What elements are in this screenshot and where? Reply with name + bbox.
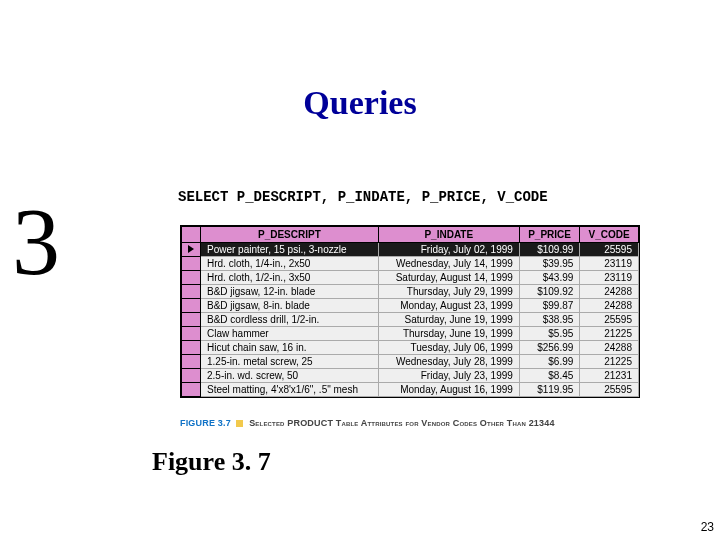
cell-indate: Friday, July 23, 1999	[378, 369, 519, 383]
cell-indate: Saturday, August 14, 1999	[378, 271, 519, 285]
cell-vcode: 23119	[580, 257, 639, 271]
cell-price: $256.99	[519, 341, 579, 355]
table-row: 2.5-in. wd. screw, 50Friday, July 23, 19…	[182, 369, 639, 383]
cell-descript: B&D jigsaw, 12-in. blade	[201, 285, 379, 299]
row-selector-cell	[182, 369, 201, 383]
table-row: B&D jigsaw, 12-in. bladeThursday, July 2…	[182, 285, 639, 299]
table-row: Hrd. cloth, 1/2-in., 3x50Saturday, Augus…	[182, 271, 639, 285]
cell-indate: Wednesday, July 28, 1999	[378, 355, 519, 369]
table-header-row: P_DESCRIPT P_INDATE P_PRICE V_CODE	[182, 227, 639, 243]
cell-price: $43.99	[519, 271, 579, 285]
cell-descript: Claw hammer	[201, 327, 379, 341]
row-selector-cell	[182, 313, 201, 327]
cell-price: $109.92	[519, 285, 579, 299]
cell-indate: Tuesday, July 06, 1999	[378, 341, 519, 355]
cell-price: $99.87	[519, 299, 579, 313]
cell-vcode: 24288	[580, 285, 639, 299]
table-row: Claw hammerThursday, June 19, 1999$5.952…	[182, 327, 639, 341]
cell-indate: Monday, August 16, 1999	[378, 383, 519, 397]
cell-indate: Thursday, July 29, 1999	[378, 285, 519, 299]
row-selector-cell	[182, 243, 201, 257]
cell-indate: Saturday, June 19, 1999	[378, 313, 519, 327]
table-row: 1.25-in. metal screw, 25Wednesday, July …	[182, 355, 639, 369]
cell-descript: Hicut chain saw, 16 in.	[201, 341, 379, 355]
figure-description: Selected PRODUCT Table Attributes for Ve…	[249, 418, 554, 428]
cell-vcode: 21225	[580, 327, 639, 341]
figure-marker-icon	[236, 420, 243, 427]
figure-caption: FIGURE 3.7 Selected PRODUCT Table Attrib…	[180, 418, 555, 428]
cell-vcode: 24288	[580, 341, 639, 355]
cell-descript: 2.5-in. wd. screw, 50	[201, 369, 379, 383]
slide-title: Queries	[0, 84, 720, 122]
cell-indate: Monday, August 23, 1999	[378, 299, 519, 313]
figure-label: Figure 3. 7	[152, 447, 271, 477]
cell-vcode: 24288	[580, 299, 639, 313]
cell-price: $38.95	[519, 313, 579, 327]
cell-descript: Power painter, 15 psi., 3-nozzle	[201, 243, 379, 257]
cell-vcode: 21225	[580, 355, 639, 369]
cell-vcode: 25595	[580, 243, 639, 257]
col-header-price: P_PRICE	[519, 227, 579, 243]
cell-vcode: 21231	[580, 369, 639, 383]
table-row: B&D jigsaw, 8-in. bladeMonday, August 23…	[182, 299, 639, 313]
cell-descript: Hrd. cloth, 1/2-in., 3x50	[201, 271, 379, 285]
row-selector-cell	[182, 299, 201, 313]
table-row: B&D cordless drill, 1/2-in.Saturday, Jun…	[182, 313, 639, 327]
page-number: 23	[701, 520, 714, 534]
table-row: Hrd. cloth, 1/4-in., 2x50Wednesday, July…	[182, 257, 639, 271]
result-table: P_DESCRIPT P_INDATE P_PRICE V_CODE Power…	[180, 225, 640, 398]
table-row: Hicut chain saw, 16 in.Tuesday, July 06,…	[182, 341, 639, 355]
row-selector-cell	[182, 285, 201, 299]
col-header-descript: P_DESCRIPT	[201, 227, 379, 243]
cell-price: $8.45	[519, 369, 579, 383]
row-selector-cell	[182, 383, 201, 397]
cell-vcode: 23119	[580, 271, 639, 285]
cell-indate: Wednesday, July 14, 1999	[378, 257, 519, 271]
row-selector-cell	[182, 355, 201, 369]
cell-descript: 1.25-in. metal screw, 25	[201, 355, 379, 369]
col-header-indate: P_INDATE	[378, 227, 519, 243]
cell-descript: B&D cordless drill, 1/2-in.	[201, 313, 379, 327]
table-row: Steel matting, 4'x8'x1/6", .5" meshMonda…	[182, 383, 639, 397]
row-selector-cell	[182, 271, 201, 285]
cell-price: $39.95	[519, 257, 579, 271]
cell-vcode: 25595	[580, 383, 639, 397]
row-selector-cell	[182, 257, 201, 271]
table-row: Power painter, 15 psi., 3-nozzleFriday, …	[182, 243, 639, 257]
cell-price: $6.99	[519, 355, 579, 369]
cell-descript: B&D jigsaw, 8-in. blade	[201, 299, 379, 313]
figure-number: FIGURE 3.7	[180, 418, 231, 428]
cell-price: $119.95	[519, 383, 579, 397]
cell-descript: Steel matting, 4'x8'x1/6", .5" mesh	[201, 383, 379, 397]
cell-vcode: 25595	[580, 313, 639, 327]
row-selector-cell	[182, 341, 201, 355]
row-selector-header	[182, 227, 201, 243]
col-header-vcode: V_CODE	[580, 227, 639, 243]
cell-indate: Friday, July 02, 1999	[378, 243, 519, 257]
row-selector-cell	[182, 327, 201, 341]
current-row-pointer-icon	[188, 245, 194, 253]
cell-descript: Hrd. cloth, 1/4-in., 2x50	[201, 257, 379, 271]
cell-price: $5.95	[519, 327, 579, 341]
cell-price: $109.99	[519, 243, 579, 257]
bottom-bar	[0, 536, 720, 540]
chapter-number: 3	[12, 186, 60, 297]
sql-line-1: SELECT P_DESCRIPT, P_INDATE, P_PRICE, V_…	[178, 188, 548, 207]
cell-indate: Thursday, June 19, 1999	[378, 327, 519, 341]
